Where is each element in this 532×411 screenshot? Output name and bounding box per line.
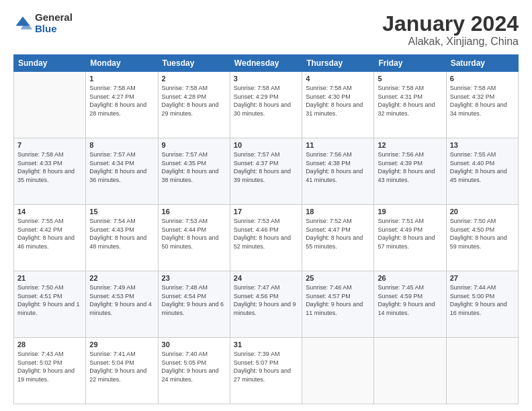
table-cell: 21Sunrise: 7:50 AMSunset: 4:51 PMDayligh…	[14, 271, 86, 338]
day-detail: Sunrise: 7:58 AMSunset: 4:32 PMDaylight:…	[450, 84, 515, 118]
day-detail: Sunrise: 7:58 AMSunset: 4:33 PMDaylight:…	[17, 150, 82, 184]
day-detail: Sunrise: 7:45 AMSunset: 4:59 PMDaylight:…	[378, 283, 442, 317]
day-number: 11	[306, 141, 370, 149]
day-detail: Sunrise: 7:57 AMSunset: 4:34 PMDaylight:…	[89, 150, 154, 184]
day-detail: Sunrise: 7:41 AMSunset: 5:04 PMDaylight:…	[89, 350, 154, 383]
table-cell: 17Sunrise: 7:53 AMSunset: 4:46 PMDayligh…	[230, 205, 302, 271]
logo-text: General Blue	[35, 12, 73, 34]
day-number: 1	[89, 75, 154, 83]
day-number: 22	[89, 274, 154, 282]
day-detail: Sunrise: 7:40 AMSunset: 5:05 PMDaylight:…	[162, 350, 226, 383]
day-number: 28	[17, 340, 82, 349]
day-number: 13	[450, 141, 515, 149]
page: General Blue January 2024 Alakak, Xinjia…	[0, 0, 532, 411]
table-cell: 31Sunrise: 7:39 AMSunset: 5:07 PMDayligh…	[230, 338, 302, 404]
table-cell: 11Sunrise: 7:56 AMSunset: 4:38 PMDayligh…	[302, 138, 374, 205]
table-cell: 26Sunrise: 7:45 AMSunset: 4:59 PMDayligh…	[374, 271, 446, 338]
table-cell: 23Sunrise: 7:48 AMSunset: 4:54 PMDayligh…	[158, 271, 230, 338]
table-cell: 3Sunrise: 7:58 AMSunset: 4:29 PMDaylight…	[230, 72, 302, 138]
day-number: 2	[162, 75, 226, 83]
table-cell: 15Sunrise: 7:54 AMSunset: 4:43 PMDayligh…	[86, 205, 158, 271]
day-detail: Sunrise: 7:57 AMSunset: 4:37 PMDaylight:…	[234, 150, 298, 184]
table-cell: 19Sunrise: 7:51 AMSunset: 4:49 PMDayligh…	[374, 205, 446, 271]
day-number: 18	[306, 208, 370, 216]
table-cell: 27Sunrise: 7:44 AMSunset: 5:00 PMDayligh…	[446, 271, 518, 338]
col-thursday: Thursday	[302, 55, 374, 72]
table-cell: 25Sunrise: 7:46 AMSunset: 4:57 PMDayligh…	[302, 271, 374, 338]
day-number: 27	[450, 274, 515, 282]
table-cell: 10Sunrise: 7:57 AMSunset: 4:37 PMDayligh…	[230, 138, 302, 205]
day-detail: Sunrise: 7:55 AMSunset: 4:40 PMDaylight:…	[450, 150, 515, 184]
table-cell: 14Sunrise: 7:55 AMSunset: 4:42 PMDayligh…	[14, 205, 86, 271]
day-detail: Sunrise: 7:48 AMSunset: 4:54 PMDaylight:…	[162, 283, 226, 317]
day-detail: Sunrise: 7:56 AMSunset: 4:39 PMDaylight:…	[378, 150, 442, 184]
table-cell	[446, 338, 518, 404]
table-cell: 2Sunrise: 7:58 AMSunset: 4:28 PMDaylight…	[158, 72, 230, 138]
day-number: 23	[162, 274, 226, 282]
col-saturday: Saturday	[446, 55, 518, 72]
day-number: 9	[162, 141, 226, 149]
day-number: 30	[162, 340, 226, 349]
day-number: 21	[17, 274, 82, 282]
table-cell: 28Sunrise: 7:43 AMSunset: 5:02 PMDayligh…	[14, 338, 86, 404]
table-cell: 4Sunrise: 7:58 AMSunset: 4:30 PMDaylight…	[302, 72, 374, 138]
table-cell	[374, 338, 446, 404]
table-cell: 30Sunrise: 7:40 AMSunset: 5:05 PMDayligh…	[158, 338, 230, 404]
header: General Blue January 2024 Alakak, Xinjia…	[13, 12, 519, 48]
col-friday: Friday	[374, 55, 446, 72]
day-number: 31	[234, 340, 298, 349]
table-cell: 18Sunrise: 7:52 AMSunset: 4:47 PMDayligh…	[302, 205, 374, 271]
col-wednesday: Wednesday	[230, 55, 302, 72]
day-detail: Sunrise: 7:51 AMSunset: 4:49 PMDaylight:…	[378, 217, 442, 250]
day-detail: Sunrise: 7:58 AMSunset: 4:27 PMDaylight:…	[89, 84, 154, 118]
day-detail: Sunrise: 7:43 AMSunset: 5:02 PMDaylight:…	[17, 350, 82, 383]
day-detail: Sunrise: 7:50 AMSunset: 4:51 PMDaylight:…	[17, 283, 82, 317]
table-cell: 7Sunrise: 7:58 AMSunset: 4:33 PMDaylight…	[14, 138, 86, 205]
logo-icon	[13, 14, 32, 33]
col-sunday: Sunday	[14, 55, 86, 72]
day-detail: Sunrise: 7:55 AMSunset: 4:42 PMDaylight:…	[17, 217, 82, 250]
day-number: 5	[378, 75, 442, 83]
day-number: 6	[450, 75, 515, 83]
day-number: 15	[89, 208, 154, 216]
day-number: 14	[17, 208, 82, 216]
day-detail: Sunrise: 7:53 AMSunset: 4:46 PMDaylight:…	[234, 217, 298, 250]
day-detail: Sunrise: 7:56 AMSunset: 4:38 PMDaylight:…	[306, 150, 370, 184]
day-number: 20	[450, 208, 515, 216]
day-detail: Sunrise: 7:47 AMSunset: 4:56 PMDaylight:…	[234, 283, 298, 317]
day-detail: Sunrise: 7:58 AMSunset: 4:31 PMDaylight:…	[378, 84, 442, 118]
day-detail: Sunrise: 7:58 AMSunset: 4:29 PMDaylight:…	[234, 84, 298, 118]
logo: General Blue	[13, 12, 73, 34]
day-number: 10	[234, 141, 298, 149]
week-row-3: 21Sunrise: 7:50 AMSunset: 4:51 PMDayligh…	[14, 271, 519, 338]
day-number: 19	[378, 208, 442, 216]
day-detail: Sunrise: 7:52 AMSunset: 4:47 PMDaylight:…	[306, 217, 370, 250]
day-detail: Sunrise: 7:57 AMSunset: 4:35 PMDaylight:…	[162, 150, 226, 184]
day-detail: Sunrise: 7:54 AMSunset: 4:43 PMDaylight:…	[89, 217, 154, 250]
day-detail: Sunrise: 7:58 AMSunset: 4:30 PMDaylight:…	[306, 84, 370, 118]
day-detail: Sunrise: 7:50 AMSunset: 4:50 PMDaylight:…	[450, 217, 515, 250]
day-detail: Sunrise: 7:53 AMSunset: 4:44 PMDaylight:…	[162, 217, 226, 250]
header-row: Sunday Monday Tuesday Wednesday Thursday…	[14, 55, 519, 72]
table-cell: 6Sunrise: 7:58 AMSunset: 4:32 PMDaylight…	[446, 72, 518, 138]
table-cell: 1Sunrise: 7:58 AMSunset: 4:27 PMDaylight…	[86, 72, 158, 138]
day-number: 26	[378, 274, 442, 282]
day-number: 16	[162, 208, 226, 216]
week-row-0: 1Sunrise: 7:58 AMSunset: 4:27 PMDaylight…	[14, 72, 519, 138]
month-title: January 2024	[382, 12, 519, 36]
day-detail: Sunrise: 7:49 AMSunset: 4:53 PMDaylight:…	[89, 283, 154, 317]
week-row-2: 14Sunrise: 7:55 AMSunset: 4:42 PMDayligh…	[14, 205, 519, 271]
table-cell: 12Sunrise: 7:56 AMSunset: 4:39 PMDayligh…	[374, 138, 446, 205]
day-number: 3	[234, 75, 298, 83]
day-number: 24	[234, 274, 298, 282]
location-title: Alakak, Xinjiang, China	[382, 36, 519, 48]
logo-blue: Blue	[35, 24, 73, 35]
table-cell	[14, 72, 86, 138]
col-monday: Monday	[86, 55, 158, 72]
day-detail: Sunrise: 7:58 AMSunset: 4:28 PMDaylight:…	[162, 84, 226, 118]
table-cell: 13Sunrise: 7:55 AMSunset: 4:40 PMDayligh…	[446, 138, 518, 205]
title-block: January 2024 Alakak, Xinjiang, China	[382, 12, 519, 48]
week-row-1: 7Sunrise: 7:58 AMSunset: 4:33 PMDaylight…	[14, 138, 519, 205]
table-cell: 8Sunrise: 7:57 AMSunset: 4:34 PMDaylight…	[86, 138, 158, 205]
table-cell: 16Sunrise: 7:53 AMSunset: 4:44 PMDayligh…	[158, 205, 230, 271]
